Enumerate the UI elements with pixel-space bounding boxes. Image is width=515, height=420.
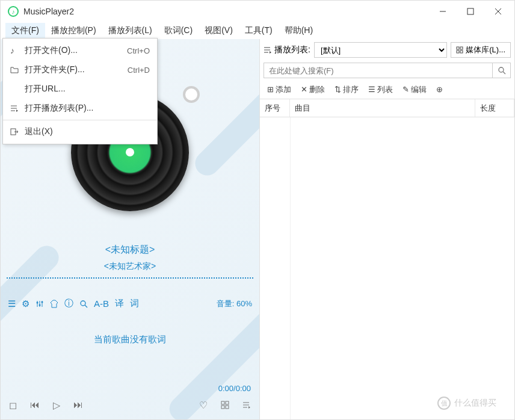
search-input[interactable] bbox=[264, 63, 493, 78]
edit-button[interactable]: ✎编辑 bbox=[399, 83, 430, 96]
watermark: 值 什么值得买 bbox=[437, 397, 496, 410]
svg-point-14 bbox=[42, 301, 43, 303]
svg-rect-1 bbox=[467, 8, 473, 14]
sort-button[interactable]: ⇅排序 bbox=[331, 83, 362, 96]
progress-bar[interactable] bbox=[7, 277, 253, 279]
favorite-button[interactable]: ♡ bbox=[199, 400, 208, 411]
shirt-icon[interactable] bbox=[50, 300, 58, 308]
menu-tools[interactable]: 工具(T) bbox=[239, 23, 279, 39]
equalizer-icon[interactable] bbox=[35, 300, 44, 308]
playlist-toolbar: ⊞添加 ✕删除 ⇅排序 ☰列表 ✎编辑 ⊕ bbox=[260, 80, 514, 99]
playlist-select[interactable]: [默认] bbox=[314, 42, 447, 58]
menu-lyrics[interactable]: 歌词(C) bbox=[158, 23, 199, 39]
open-playlist-item[interactable]: 打开播放列表(P)... bbox=[3, 99, 157, 118]
list-icon bbox=[10, 104, 25, 113]
column-index[interactable]: 序号 bbox=[260, 99, 290, 117]
svg-point-31 bbox=[499, 67, 504, 72]
app-title: MusicPlayer2 bbox=[23, 7, 429, 16]
next-button[interactable]: ⏭ bbox=[73, 400, 83, 410]
list-icon bbox=[264, 46, 272, 54]
playlist-table-body: 值 什么值得买 bbox=[260, 117, 514, 419]
list-icon: ☰ bbox=[368, 85, 375, 94]
column-title[interactable]: 曲目 bbox=[290, 99, 475, 117]
file-dropdown: ♪ 打开文件(O)... Ctrl+O 打开文件夹(F)... Ctrl+D 打… bbox=[2, 38, 158, 144]
menu-help[interactable]: 帮助(H) bbox=[279, 23, 319, 39]
svg-rect-30 bbox=[460, 51, 463, 53]
menu-playback-control[interactable]: 播放控制(P) bbox=[45, 23, 102, 39]
exit-icon bbox=[10, 128, 25, 136]
menu-view[interactable]: 视图(V) bbox=[199, 23, 239, 39]
watermark-icon: 值 bbox=[437, 397, 451, 410]
open-file-item[interactable]: ♪ 打开文件(O)... Ctrl+O bbox=[3, 41, 157, 60]
svg-rect-29 bbox=[457, 51, 459, 53]
grid-icon[interactable] bbox=[221, 401, 229, 409]
open-url-item[interactable]: 打开URL... bbox=[3, 79, 157, 99]
app-icon: ♪ bbox=[8, 6, 19, 17]
svg-line-16 bbox=[85, 305, 87, 307]
svg-point-15 bbox=[81, 301, 85, 306]
gear-icon[interactable]: ⚙ bbox=[22, 298, 29, 309]
add-button[interactable]: ⊞添加 bbox=[264, 83, 295, 96]
menubar: 文件(F) 播放控制(P) 播放列表(L) 歌词(C) 视图(V) 工具(T) … bbox=[1, 22, 514, 39]
sort-icon: ⇅ bbox=[335, 85, 341, 94]
pencil-icon: ✎ bbox=[402, 85, 409, 94]
track-title: <未知标题> bbox=[1, 244, 259, 256]
list-button[interactable]: ☰列表 bbox=[365, 83, 396, 96]
lyric-button[interactable]: 词 bbox=[130, 298, 139, 309]
minimize-button[interactable] bbox=[429, 1, 457, 22]
plus-icon: ⊞ bbox=[267, 85, 274, 94]
menu-file[interactable]: 文件(F) bbox=[5, 23, 45, 39]
search-button[interactable] bbox=[493, 63, 511, 78]
menu-playlist[interactable]: 播放列表(L) bbox=[102, 23, 158, 39]
playback-controls: ◻ ⏮ ▷ ⏭ ♡ bbox=[1, 395, 259, 415]
playlist-toggle-icon[interactable] bbox=[242, 401, 251, 409]
menu-icon[interactable]: ☰ bbox=[8, 298, 16, 309]
svg-rect-17 bbox=[221, 401, 224, 404]
svg-point-13 bbox=[39, 304, 41, 306]
translate-button[interactable]: 译 bbox=[115, 298, 124, 309]
playlist-panel: 播放列表: [默认] 媒体库(L)... ⊞添加 ✕删除 ⇅排序 ☰列表 ✎编辑… bbox=[259, 39, 514, 419]
lyrics-display: 当前歌曲没有歌词 bbox=[1, 334, 259, 345]
note-icon: ♪ bbox=[10, 46, 25, 55]
x-icon: ✕ bbox=[301, 85, 307, 94]
svg-rect-28 bbox=[460, 47, 463, 49]
play-button[interactable]: ▷ bbox=[53, 400, 60, 411]
delete-button[interactable]: ✕删除 bbox=[297, 83, 328, 96]
svg-rect-19 bbox=[221, 406, 224, 409]
maximize-button[interactable] bbox=[457, 1, 484, 22]
info-icon[interactable]: ⓘ bbox=[64, 298, 73, 309]
svg-line-32 bbox=[503, 72, 505, 74]
playlist-header-label: 播放列表: bbox=[264, 45, 310, 55]
separator bbox=[3, 120, 157, 120]
grid-icon bbox=[456, 46, 463, 54]
search-icon[interactable] bbox=[79, 300, 88, 308]
svg-rect-20 bbox=[226, 406, 229, 409]
time-display: 0:00/0:00 bbox=[218, 384, 251, 393]
stylus-icon bbox=[183, 86, 200, 103]
exit-item[interactable]: 退出(X) bbox=[3, 122, 157, 141]
target-icon: ⊕ bbox=[436, 85, 443, 94]
track-artist: <未知艺术家> bbox=[1, 261, 259, 272]
player-toolbar: ☰ ⚙ ⓘ A-B 译 词 音量: 60% bbox=[1, 298, 259, 309]
svg-rect-18 bbox=[226, 401, 229, 404]
column-length[interactable]: 长度 bbox=[475, 99, 514, 117]
svg-point-12 bbox=[37, 301, 39, 303]
open-folder-item[interactable]: 打开文件夹(F)... Ctrl+D bbox=[3, 60, 157, 79]
close-button[interactable] bbox=[484, 1, 512, 22]
media-library-button[interactable]: 媒体库(L)... bbox=[451, 42, 511, 58]
titlebar: ♪ MusicPlayer2 bbox=[1, 1, 514, 22]
svg-rect-27 bbox=[457, 47, 459, 49]
locate-button[interactable]: ⊕ bbox=[433, 84, 446, 95]
volume-label[interactable]: 音量: 60% bbox=[217, 298, 252, 309]
stop-button[interactable]: ◻ bbox=[9, 400, 17, 411]
folder-icon bbox=[10, 66, 25, 74]
previous-button[interactable]: ⏮ bbox=[30, 400, 40, 410]
table-header: 序号 曲目 长度 bbox=[260, 99, 514, 117]
ab-repeat-button[interactable]: A-B bbox=[94, 298, 109, 309]
